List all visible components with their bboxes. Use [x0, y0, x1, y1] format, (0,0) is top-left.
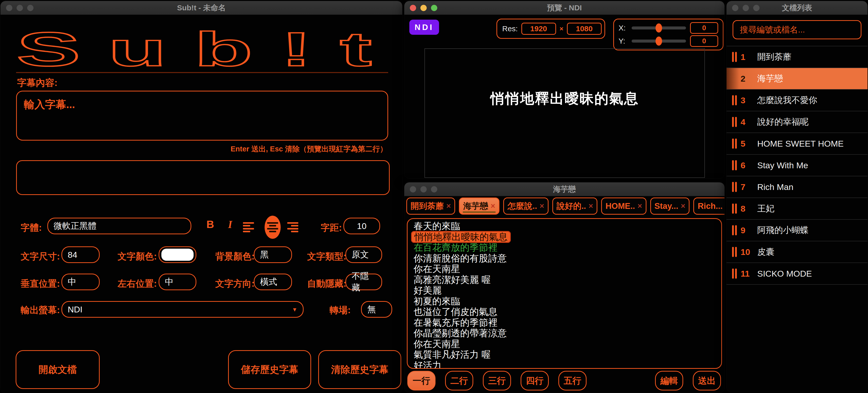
save-history-button[interactable]: 儲存歷史字幕 [228, 350, 311, 389]
drag-handle-icon[interactable] [732, 160, 737, 170]
zoom-window-button[interactable] [27, 5, 33, 11]
horizontal-position-select[interactable]: 中 [159, 274, 196, 290]
transition-select[interactable]: 無 [361, 301, 392, 318]
y-slider[interactable] [631, 39, 686, 43]
file-row-4[interactable]: 4 說好的幸福呢 [726, 111, 868, 133]
song-tabs: 開到荼蘼 × 海芋戀 × 怎麼說.. × 說好的.. × HOME.. × St… [406, 197, 723, 215]
lyric-line[interactable]: 高雅亮潔好美麗 喔 [408, 275, 721, 285]
edit-button[interactable]: 編輯 [655, 371, 683, 391]
tab-song-4[interactable]: 說好的.. × [552, 197, 597, 215]
resolution-width-input[interactable] [521, 23, 556, 35]
autohide-select[interactable]: 不隱藏 [345, 274, 382, 290]
lyric-line[interactable]: 你晶瑩剔透的帶著涼意 [408, 328, 721, 339]
font-size-input[interactable] [61, 246, 100, 263]
drag-handle-icon[interactable] [732, 247, 737, 257]
file-row-6[interactable]: 6 Stay With Me [726, 155, 868, 176]
three-lines-button[interactable]: 三行 [483, 371, 511, 391]
output-screen-select[interactable]: NDI ▾ [61, 301, 304, 318]
font-family-input[interactable] [47, 218, 191, 234]
close-window-button[interactable] [410, 5, 416, 11]
close-icon[interactable]: × [540, 201, 544, 210]
zoom-window-button[interactable] [431, 186, 437, 193]
tab-song-6[interactable]: Stay... × [650, 197, 690, 215]
one-line-button[interactable]: 一行 [407, 371, 435, 391]
open-file-button[interactable]: 開啟文檔 [16, 350, 100, 389]
y-slider-thumb[interactable] [655, 36, 662, 46]
tab-label: 海芋戀 [463, 200, 488, 212]
text-direction-select[interactable]: 橫式 [254, 274, 292, 290]
file-row-8[interactable]: 8 王妃 [726, 198, 868, 220]
minimize-window-button[interactable] [421, 5, 427, 11]
bold-button[interactable]: B [205, 218, 216, 231]
close-icon[interactable]: × [681, 201, 685, 210]
four-lines-button[interactable]: 四行 [521, 371, 549, 391]
align-center-icon[interactable] [267, 221, 278, 234]
x-slider[interactable] [631, 26, 686, 29]
lyric-line[interactable]: 在暑氣充斥的季節裡 [408, 317, 721, 328]
lyric-line[interactable]: 好活力 [408, 360, 721, 369]
two-lines-button[interactable]: 二行 [445, 371, 473, 391]
clear-history-button[interactable]: 清除歷史字幕 [318, 350, 401, 389]
drag-handle-icon[interactable] [732, 269, 737, 279]
file-row-11[interactable]: 11 SICKO MODE [726, 263, 868, 285]
text-color-picker[interactable] [159, 246, 196, 263]
zoom-window-button[interactable] [431, 5, 437, 11]
close-icon[interactable]: × [491, 201, 495, 210]
close-icon[interactable]: × [589, 201, 593, 210]
drag-handle-icon[interactable] [732, 117, 737, 127]
x-value-input[interactable] [690, 22, 718, 34]
y-value-input[interactable] [690, 35, 718, 47]
italic-button[interactable]: I [226, 218, 234, 231]
file-row-2-selected[interactable]: 2 海芋戀 [726, 68, 868, 90]
lyric-line[interactable]: 初夏的來臨 [408, 296, 721, 307]
file-row-1[interactable]: 1 開到荼蘼 [726, 46, 868, 68]
file-row-7[interactable]: 7 Rich Man [726, 176, 868, 198]
x-slider-thumb[interactable] [655, 23, 662, 32]
text-direction-label: 文字方向: [215, 278, 254, 290]
minimize-window-button[interactable] [421, 186, 427, 193]
drag-handle-icon[interactable] [732, 52, 737, 62]
tab-song-1[interactable]: 開到荼蘼 × [406, 197, 455, 215]
close-icon[interactable]: × [638, 201, 642, 210]
file-row-5[interactable]: 5 HOME SWEET HOME [726, 133, 868, 155]
resolution-height-input[interactable] [567, 23, 602, 35]
file-row-9[interactable]: 9 阿飛的小蝴蝶 [726, 220, 868, 241]
drag-handle-icon[interactable] [732, 95, 737, 105]
zoom-window-button[interactable] [753, 5, 760, 11]
minimize-window-button[interactable] [17, 5, 23, 11]
file-row-3[interactable]: 3 怎麼說我不愛你 [726, 90, 868, 111]
close-window-button[interactable] [410, 186, 416, 193]
send-button[interactable]: 送出 [693, 371, 721, 391]
drag-handle-icon[interactable] [732, 225, 737, 235]
file-row-10[interactable]: 10 皮囊 [726, 241, 868, 263]
search-input[interactable] [733, 20, 862, 39]
lyric-line-active[interactable]: 悄悄地釋出曖昧的氣息 [408, 232, 721, 243]
lyric-line[interactable]: 你清新脫俗的有股詩意 [408, 253, 721, 264]
drag-handle-icon[interactable] [732, 139, 737, 149]
lyric-line[interactable]: 春天的來臨 [408, 221, 721, 232]
lyric-line[interactable]: 氣質非凡好活力 喔 [408, 349, 721, 360]
lyric-line[interactable]: 也溢位了俏皮的氣息 [408, 307, 721, 317]
background-color-select[interactable]: 黑 [254, 246, 292, 263]
drag-handle-icon[interactable] [732, 182, 737, 192]
vertical-position-select[interactable]: 中 [61, 274, 100, 290]
drag-handle-icon[interactable] [732, 203, 737, 214]
subtitle-input[interactable] [16, 91, 388, 141]
lyric-line[interactable]: 你在天南星 [408, 339, 721, 350]
tab-song-2-selected[interactable]: 海芋戀 × [459, 197, 499, 215]
tab-song-7[interactable]: Rich... × [693, 197, 724, 215]
close-icon[interactable]: × [446, 201, 451, 210]
lyric-line[interactable]: 你在天南星 [408, 264, 721, 275]
align-left-icon[interactable] [243, 221, 254, 234]
five-lines-button[interactable]: 五行 [558, 371, 587, 391]
lyric-line-next[interactable]: 在百花齊放的季節裡 [408, 242, 721, 253]
close-window-button[interactable] [732, 5, 738, 11]
align-right-icon[interactable] [287, 221, 298, 234]
minimize-window-button[interactable] [743, 5, 749, 11]
close-window-button[interactable] [6, 5, 12, 11]
lyric-line[interactable]: 好美麗 [408, 285, 721, 296]
text-type-select[interactable]: 原文 [345, 246, 382, 263]
tab-song-5[interactable]: HOME.. × [601, 197, 646, 215]
tab-song-3[interactable]: 怎麼說.. × [503, 197, 548, 215]
letter-spacing-input[interactable] [343, 218, 380, 234]
